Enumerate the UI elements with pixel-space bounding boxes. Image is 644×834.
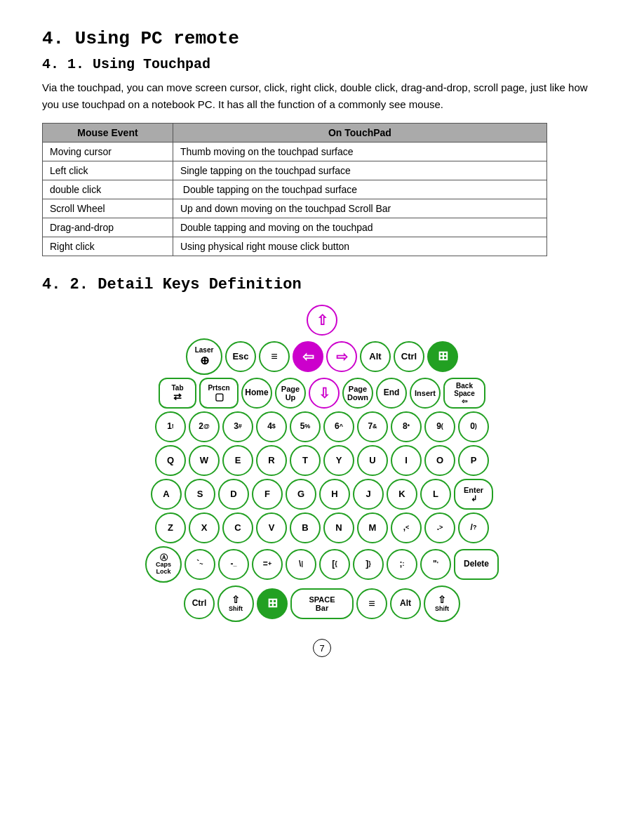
key-win-right1[interactable]: ⊞ [427, 341, 458, 372]
key-shift-left[interactable]: ⇧ Shift [217, 585, 254, 622]
key-p[interactable]: P [458, 445, 489, 476]
key-f[interactable]: F [252, 479, 283, 510]
key-6[interactable]: 6^ [323, 411, 354, 442]
key-9[interactable]: 9( [424, 411, 455, 442]
key-alt-right1[interactable]: Alt [360, 341, 391, 372]
key-menu-bottom[interactable]: ≡ [356, 588, 387, 619]
keyboard-row3: 1! 2@ 3# 4$ 5% 6^ 7& 8* 9( 0) [155, 411, 489, 442]
keyboard-row1: Laser ⊕ Esc ≡ ⇦ ⇨ Alt Ctrl ⊞ [186, 338, 458, 375]
key-insert[interactable]: Insert [410, 378, 441, 409]
section-title: 4. Using PC remote [42, 28, 602, 49]
key-arrow-up[interactable]: ⇧ [307, 305, 337, 336]
key-arrow-right[interactable]: ⇨ [326, 341, 357, 372]
table-row: Moving cursor Thumb moving on the touchp… [43, 143, 547, 161]
page-number-container: 7 [42, 639, 602, 657]
key-k[interactable]: K [387, 479, 417, 510]
mouse-event-table: Mouse Event On TouchPad Moving cursor Th… [42, 123, 547, 256]
key-esc[interactable]: Esc [225, 341, 256, 372]
key-n[interactable]: N [323, 512, 354, 543]
key-prtscn[interactable]: Prtscn ▢ [199, 378, 239, 409]
keyboard-row4: Q W E R T Y U I O P [155, 445, 489, 476]
key-comma[interactable]: ,< [391, 512, 422, 543]
key-g[interactable]: G [286, 479, 316, 510]
key-i[interactable]: I [391, 445, 422, 476]
keyboard-diagram: ⇧ Laser ⊕ Esc ≡ ⇦ ⇨ Alt Ctrl ⊞ Tab ⇄ Prt… [42, 305, 602, 622]
page-number: 7 [313, 639, 331, 657]
key-page-up[interactable]: PageUp [275, 378, 306, 409]
key-h[interactable]: H [319, 479, 350, 510]
key-close-bracket[interactable]: ]} [353, 549, 384, 580]
keyboard-row8: Ctrl ⇧ Shift ⊞ SPACEBar ≡ Alt ⇧ Shift [184, 585, 460, 622]
key-b[interactable]: B [290, 512, 321, 543]
key-end[interactable]: End [376, 378, 407, 409]
key-q[interactable]: Q [155, 445, 186, 476]
table-row: Scroll Wheel Up and down moving on the t… [43, 199, 547, 218]
key-v[interactable]: V [256, 512, 287, 543]
key-r[interactable]: R [256, 445, 287, 476]
key-x[interactable]: X [189, 512, 220, 543]
key-backtick[interactable]: `~ [185, 549, 215, 580]
table-header-touchpad: On TouchPad [173, 124, 546, 143]
subsection1-title: 4. 1. Using Touchpad [42, 56, 602, 72]
intro-text: Via the touchpad, you can move screen cu… [42, 79, 602, 113]
key-z[interactable]: Z [155, 512, 186, 543]
key-menu[interactable]: ≡ [259, 341, 290, 372]
key-ctrl-right1[interactable]: Ctrl [394, 341, 424, 372]
key-quote[interactable]: "' [420, 549, 451, 580]
keyboard-row7: Ⓐ Caps Lock `~ -_ =+ \| [{ ]} ;: "' Dele… [145, 546, 499, 583]
key-page-down[interactable]: PageDown [342, 378, 373, 409]
key-y[interactable]: Y [323, 445, 354, 476]
table-row: Left click Single tapping on the touchpa… [43, 161, 547, 180]
arrow-up-row: ⇧ [307, 305, 337, 336]
key-delete[interactable]: Delete [454, 549, 499, 580]
table-row: Drag-and-drop Double tapping and moving … [43, 218, 547, 237]
key-t[interactable]: T [290, 445, 321, 476]
key-minus[interactable]: -_ [218, 549, 249, 580]
key-slash[interactable]: /? [458, 512, 489, 543]
key-alt-left2[interactable]: Alt [390, 588, 421, 619]
key-period[interactable]: .> [424, 512, 455, 543]
laser-icon: ⊕ [200, 355, 209, 367]
key-enter[interactable]: Enter ↲ [454, 479, 493, 510]
keyboard-row2: Tab ⇄ Prtscn ▢ Home PageUp ⇩ PageDown En… [159, 378, 485, 409]
key-0[interactable]: 0) [458, 411, 489, 442]
key-e[interactable]: E [222, 445, 253, 476]
key-7[interactable]: 7& [357, 411, 388, 442]
key-4[interactable]: 4$ [256, 411, 287, 442]
key-m[interactable]: M [357, 512, 388, 543]
key-j[interactable]: J [353, 479, 384, 510]
key-2[interactable]: 2@ [189, 411, 220, 442]
key-open-bracket[interactable]: [{ [319, 549, 350, 580]
key-win-left[interactable]: ⊞ [257, 588, 288, 619]
keyboard-row5: A S D F G H J K L Enter ↲ [151, 479, 493, 510]
key-arrow-down[interactable]: ⇩ [309, 378, 340, 409]
key-d[interactable]: D [218, 479, 249, 510]
key-u[interactable]: U [357, 445, 388, 476]
table-row: double click Double tapping on the touch… [43, 180, 547, 199]
key-a[interactable]: A [151, 479, 182, 510]
key-5[interactable]: 5% [290, 411, 321, 442]
key-w[interactable]: W [189, 445, 220, 476]
key-c[interactable]: C [222, 512, 253, 543]
key-equals[interactable]: =+ [252, 549, 283, 580]
key-backslash[interactable]: \| [286, 549, 316, 580]
key-o[interactable]: O [424, 445, 455, 476]
laser-label: Laser [195, 346, 214, 354]
key-semicolon[interactable]: ;: [387, 549, 417, 580]
key-caps-lock[interactable]: Ⓐ Caps Lock [145, 546, 182, 583]
key-ctrl-left2[interactable]: Ctrl [184, 588, 215, 619]
key-s[interactable]: S [185, 479, 215, 510]
key-1[interactable]: 1! [155, 411, 186, 442]
key-arrow-left[interactable]: ⇦ [293, 341, 323, 372]
key-backspace[interactable]: Back Space ⇦ [443, 378, 485, 409]
subsection2-title: 4. 2. Detail Keys Definition [42, 276, 602, 293]
key-tab[interactable]: Tab ⇄ [159, 378, 196, 409]
key-spacebar[interactable]: SPACEBar [290, 588, 354, 619]
key-home[interactable]: Home [241, 378, 272, 409]
keyboard-row6: Z X C V B N M ,< .> /? [155, 512, 489, 543]
key-l[interactable]: L [420, 479, 451, 510]
key-3[interactable]: 3# [222, 411, 253, 442]
key-shift-right[interactable]: ⇧ Shift [424, 585, 460, 622]
key-laser[interactable]: Laser ⊕ [186, 338, 222, 375]
key-8[interactable]: 8* [391, 411, 422, 442]
